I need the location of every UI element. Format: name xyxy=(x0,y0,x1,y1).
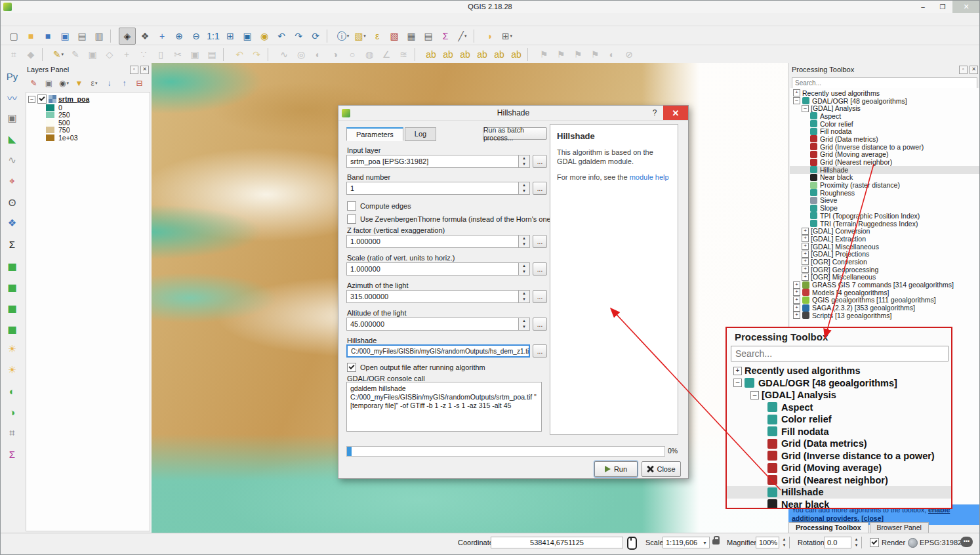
band-number-input[interactable]: 1 ▲▼ xyxy=(346,182,530,195)
toolbar-icon[interactable] xyxy=(110,30,115,43)
node-tool-icon[interactable]: ∵ xyxy=(136,47,152,62)
new-print-composer-icon[interactable]: ▤ xyxy=(74,28,90,44)
copy-features-icon[interactable]: ▣ xyxy=(187,47,203,62)
spline-icon[interactable]: ∿ xyxy=(5,152,20,168)
compute-edges-row[interactable]: Compute edges xyxy=(347,201,411,211)
panel-close-icon[interactable]: ✕ xyxy=(970,66,978,74)
current-edits-icon[interactable]: ✎ ▾ xyxy=(51,47,66,62)
hillshade-output-input[interactable]: C:/000_myFiles/GISBin/myGIS/randomOutput… xyxy=(346,344,530,358)
inset-tree-item[interactable]: Near black xyxy=(727,499,951,510)
rotation-input[interactable]: 0.0 ▲▼ xyxy=(824,537,862,548)
zoom-next-icon[interactable]: ↷ xyxy=(291,28,306,44)
field-calculator-icon[interactable]: ▤ xyxy=(420,28,436,44)
raster-contrast-minus-icon[interactable]: ◑ xyxy=(5,404,20,420)
raster-histogram-1-icon[interactable]: ▅ xyxy=(5,257,20,273)
label-properties-icon[interactable]: ab xyxy=(508,47,524,62)
toolbox-tree-item[interactable]: + [OGR] Miscellaneous xyxy=(790,274,980,281)
heatmap-icon[interactable]: ◣ xyxy=(5,131,20,147)
refresh-icon[interactable]: ⟳ xyxy=(308,28,323,44)
cad-tools-icon[interactable]: ⌗ xyxy=(6,47,22,62)
measure-line-icon[interactable]: ╱ ▾ xyxy=(455,28,470,44)
select-features-icon[interactable]: ▧ ▾ xyxy=(352,28,368,44)
toolbox-tree-item[interactable]: Grid (Nearest neighbor) xyxy=(790,158,980,166)
toolbox-tree-item[interactable]: Near black xyxy=(790,174,980,182)
open-attribute-table-icon[interactable]: ▦ xyxy=(403,28,419,44)
pan-to-selection-icon[interactable]: + xyxy=(154,28,170,44)
toolbox-tree-item[interactable]: + Scripts [13 geoalgorithms] xyxy=(790,312,980,319)
tree-expander-icon[interactable]: + xyxy=(793,289,800,296)
toolbar-icon[interactable] xyxy=(223,48,228,61)
layer-visibility-checkbox[interactable] xyxy=(37,94,47,104)
manage-visibility-icon[interactable]: ◉ ▾ xyxy=(57,77,71,90)
tab-parameters[interactable]: Parameters xyxy=(346,127,403,141)
messages-icon[interactable]: ••• xyxy=(960,537,973,547)
toolbox-search-input[interactable] xyxy=(792,77,977,89)
toolbox-tree-item[interactable]: + [OGR] Geoprocessing xyxy=(790,266,980,274)
toolbox-tree-item[interactable]: + [GDAL] Conversion xyxy=(790,227,980,235)
altitude-input[interactable]: 45.000000 ▲▼ xyxy=(346,318,530,331)
composer-manager-icon[interactable]: ▥ xyxy=(91,28,107,44)
pan-map-icon[interactable]: ❖ xyxy=(137,28,153,44)
toolbox-tree-item[interactable]: Aspect xyxy=(790,112,980,120)
toolbar-icon[interactable] xyxy=(268,48,273,61)
toolbar-icon[interactable] xyxy=(474,30,479,43)
tab-log[interactable]: Log xyxy=(405,127,436,141)
band-spinner[interactable]: ▲▼ xyxy=(518,182,529,194)
maximize-button[interactable]: ❐ xyxy=(933,0,952,13)
mouse-position-icon[interactable] xyxy=(627,537,637,550)
remove-layer-icon[interactable]: ⊟ xyxy=(133,77,146,90)
panel-float-icon[interactable]: ▫ xyxy=(130,66,138,74)
dialog-help-button[interactable]: ? xyxy=(646,106,663,120)
fill-ring-icon[interactable]: ◑ xyxy=(327,47,343,62)
panel-float-icon[interactable]: ▫ xyxy=(959,66,968,74)
flag-tool-1-icon[interactable]: ⚑ xyxy=(536,47,552,62)
toolbox-tree-item[interactable]: + QGIS geoalgorithms [111 geoalgorithms] xyxy=(790,297,980,304)
label-icon[interactable]: ab xyxy=(423,47,439,62)
scale-input[interactable]: 1.000000 ▲▼ xyxy=(346,262,530,276)
inset-tree-item[interactable]: Grid (Data metrics) xyxy=(727,438,951,450)
toolbox-tree-item[interactable]: Hillshade xyxy=(790,166,980,174)
expand-all-icon[interactable]: ↓ xyxy=(102,77,116,90)
menu-vector[interactable] xyxy=(77,18,89,21)
inset-tree-item[interactable]: Grid (Nearest neighbor) xyxy=(727,474,951,487)
close-dialog-button[interactable]: Close xyxy=(642,461,681,477)
inset-tree-item[interactable]: Color relief xyxy=(727,413,951,426)
add-group-icon[interactable]: ▣ xyxy=(42,77,56,90)
zfactor-browse-button[interactable]: ... xyxy=(533,235,547,248)
tree-expander-icon[interactable]: + xyxy=(733,367,742,375)
tree-expander-icon[interactable]: + xyxy=(802,258,809,265)
toolbar-icon[interactable] xyxy=(42,48,47,61)
inset-tree-item[interactable]: Grid (Moving average) xyxy=(727,462,951,474)
tab-browser-panel[interactable]: Browser Panel xyxy=(870,522,929,533)
compute-edges-checkbox[interactable] xyxy=(347,201,356,211)
menu-help[interactable] xyxy=(136,18,148,21)
tree-expander-icon[interactable]: + xyxy=(802,274,809,281)
run-button[interactable]: Run xyxy=(594,461,638,477)
menu-processing[interactable] xyxy=(125,18,136,21)
raster-brightness-minus-icon[interactable]: ☀ xyxy=(5,362,20,378)
tracing-icon[interactable]: ◆ xyxy=(23,47,39,62)
menu-layer[interactable] xyxy=(42,18,54,21)
tree-expander-icon[interactable]: + xyxy=(802,251,809,258)
profile-tool-icon[interactable]: 〰 xyxy=(5,89,20,105)
flag-tool-2-icon[interactable]: ⚑ xyxy=(553,47,569,62)
zevenbergen-checkbox[interactable] xyxy=(347,215,356,224)
coordinate-input[interactable]: 538414,6751125 xyxy=(491,537,623,548)
notification-close-link[interactable]: [close] xyxy=(861,514,884,522)
zevenbergen-row[interactable]: Use ZevenbergenThorne formula (instead o… xyxy=(347,215,553,224)
open-project-icon[interactable]: ■ xyxy=(23,28,39,44)
select-by-expression-icon[interactable]: ε xyxy=(369,28,385,44)
raster-contrast-plus-icon[interactable]: ◐ xyxy=(5,383,20,399)
zoom-to-selection-icon[interactable]: ◉ xyxy=(256,28,272,44)
inset-tree-item[interactable]: Hillshade xyxy=(727,486,951,499)
menu-edit[interactable] xyxy=(18,18,30,21)
tree-expander-icon[interactable]: – xyxy=(750,391,759,400)
crs-globe-icon[interactable] xyxy=(908,538,918,548)
deselect-all-icon[interactable]: ▧ xyxy=(386,28,402,44)
menu-raster[interactable] xyxy=(89,18,101,21)
toolbox-tree-item[interactable]: – [GDAL] Analysis xyxy=(790,104,980,112)
tree-expander-icon[interactable]: + xyxy=(793,304,800,312)
simplify-feature-icon[interactable]: ∿ xyxy=(276,47,292,62)
redo-icon[interactable]: ↷ xyxy=(249,47,264,62)
osm-download-icon[interactable]: ʘ xyxy=(5,194,20,210)
